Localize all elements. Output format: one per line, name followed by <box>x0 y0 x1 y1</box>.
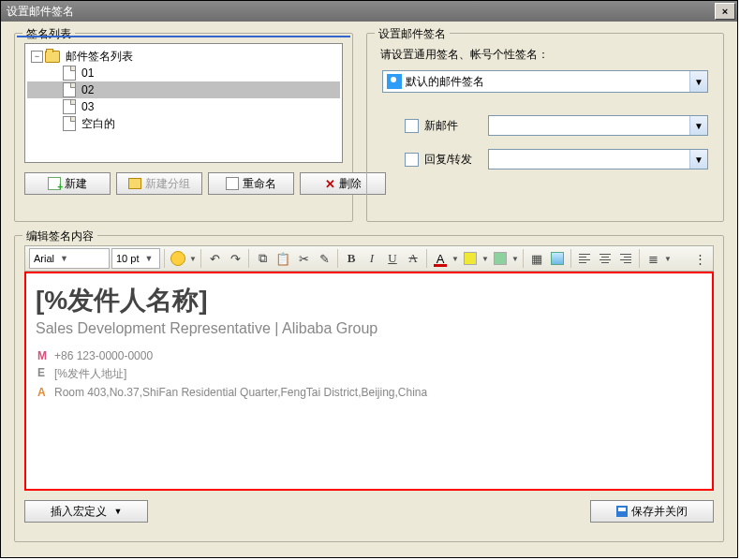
rename-icon <box>226 177 239 190</box>
reply-forward-signature-select[interactable]: ▼ <box>488 149 708 169</box>
underline-button[interactable]: U <box>383 249 402 268</box>
folder-icon <box>128 178 141 189</box>
new-mail-label: 新邮件 <box>424 118 488 134</box>
align-right-button[interactable] <box>616 249 635 268</box>
more-button[interactable]: ⋮ <box>690 249 709 268</box>
reply-forward-checkbox[interactable] <box>405 153 419 167</box>
rename-button[interactable]: 重命名 <box>208 172 294 195</box>
document-icon <box>63 99 76 114</box>
tree-item[interactable]: 01 <box>27 65 340 81</box>
collapse-icon[interactable]: − <box>31 51 43 63</box>
document-icon <box>63 116 76 131</box>
bold-button[interactable]: B <box>342 249 361 268</box>
copy-button[interactable]: ⧉ <box>253 249 272 268</box>
mobile-label: M <box>37 348 52 363</box>
address-value: Room 403,No.37,ShiFan Residential Quarte… <box>54 385 433 400</box>
font-family-select[interactable]: Arial▼ <box>29 248 110 269</box>
clear-format-button[interactable]: ✎ <box>315 249 333 268</box>
list-button[interactable]: ≣ <box>644 249 662 268</box>
signature-title-line: Sales Development Representative | Aliba… <box>36 320 703 337</box>
default-signature-select[interactable]: 默认的邮件签名 ▼ <box>382 70 708 93</box>
tree-root[interactable]: − 邮件签名列表 <box>27 48 340 65</box>
signature-name: [%发件人名称] <box>36 283 703 318</box>
new-group-button[interactable]: 新建分组 <box>116 172 202 195</box>
font-size-select[interactable]: 10 pt▼ <box>111 248 160 269</box>
new-icon <box>48 177 61 190</box>
tree-item-label: 03 <box>81 100 94 113</box>
signature-settings-window: 设置邮件签名 × 签名列表 − 邮件签名列表 01 <box>0 0 738 558</box>
chevron-down-icon: ▼ <box>689 116 707 135</box>
titlebar[interactable]: 设置邮件签名 × <box>1 1 737 22</box>
signature-list-title: 签名列表 <box>22 26 75 42</box>
tree-item[interactable]: 03 <box>27 98 340 115</box>
align-center-button[interactable] <box>596 249 614 268</box>
chevron-down-icon: ▼ <box>689 150 707 169</box>
email-value: [%发件人地址] <box>54 365 433 383</box>
signature-tree[interactable]: − 邮件签名列表 01 02 03 <box>24 43 343 163</box>
chevron-down-icon: ▼ <box>60 254 68 263</box>
insert-image-button[interactable] <box>548 249 567 268</box>
signature-contact-table: M+86 123-0000-0000 E[%发件人地址] ARoom 403,N… <box>36 346 435 402</box>
font-color-button[interactable]: A <box>431 249 450 268</box>
close-icon[interactable]: × <box>715 3 735 20</box>
chevron-down-icon[interactable]: ▼ <box>481 255 489 263</box>
strikethrough-button[interactable]: A <box>404 249 422 268</box>
insert-macro-button[interactable]: 插入宏定义▼ <box>24 500 148 523</box>
editor-title: 编辑签名内容 <box>22 228 97 244</box>
redo-button[interactable]: ↷ <box>226 249 244 268</box>
highlight-button[interactable] <box>461 249 480 268</box>
chevron-down-icon: ▼ <box>114 507 123 516</box>
document-icon <box>63 82 76 97</box>
emoji-button[interactable] <box>169 249 187 268</box>
default-signature-title: 设置邮件签名 <box>375 26 450 42</box>
avatar-icon <box>387 74 402 89</box>
highlight-icon <box>464 252 477 265</box>
editor-toolbar: Arial▼ 10 pt▼ ▼ ↶ ↷ ⧉ 📋 ✂ ✎ B I U A A▼ ▼ <box>24 245 714 272</box>
editor-panel: 编辑签名内容 Arial▼ 10 pt▼ ▼ ↶ ↷ ⧉ 📋 ✂ ✎ B I U… <box>14 235 724 542</box>
align-right-icon <box>620 252 631 265</box>
image-icon <box>551 252 564 265</box>
save-icon <box>616 506 628 517</box>
smiley-icon <box>170 251 185 266</box>
tree-item[interactable]: 空白的 <box>27 115 340 132</box>
cut-button[interactable]: ✂ <box>294 249 313 268</box>
new-mail-signature-select[interactable]: ▼ <box>488 115 708 136</box>
chevron-down-icon[interactable]: ▼ <box>511 255 519 263</box>
address-label: A <box>37 385 52 400</box>
delete-icon: ✕ <box>325 177 335 191</box>
default-signature-panel: 设置邮件签名 请设置通用签名、帐号个性签名： 默认的邮件签名 ▼ 新邮件 ▼ 回… <box>366 33 724 222</box>
window-title: 设置邮件签名 <box>7 4 715 20</box>
new-button[interactable]: 新建 <box>24 172 111 195</box>
email-label: E <box>37 365 52 383</box>
mobile-value: +86 123-0000-0000 <box>54 348 433 363</box>
chevron-down-icon[interactable]: ▼ <box>189 255 197 263</box>
undo-button[interactable]: ↶ <box>205 249 224 268</box>
new-mail-checkbox[interactable] <box>405 119 419 133</box>
chevron-down-icon: ▼ <box>689 71 707 92</box>
chevron-down-icon[interactable]: ▼ <box>664 255 672 263</box>
default-signature-value: 默认的邮件签名 <box>406 74 689 90</box>
tree-root-label: 邮件签名列表 <box>66 49 133 65</box>
save-and-close-button[interactable]: 保存并关闭 <box>590 500 714 523</box>
signature-list-panel: 签名列表 − 邮件签名列表 01 02 <box>14 33 353 222</box>
paste-button[interactable]: 📋 <box>274 249 292 268</box>
tree-item-label: 01 <box>81 66 94 80</box>
align-center-icon <box>599 252 611 265</box>
bgcolor-icon <box>494 252 507 265</box>
insert-table-button[interactable]: ▦ <box>527 249 546 268</box>
tree-item-selected[interactable]: 02 <box>27 81 340 98</box>
reply-forward-label: 回复/转发 <box>424 152 488 168</box>
italic-button[interactable]: I <box>363 249 381 268</box>
default-signature-prompt: 请设置通用签名、帐号个性签名： <box>380 47 714 63</box>
align-left-button[interactable] <box>575 249 594 268</box>
document-icon <box>63 66 76 81</box>
chevron-down-icon: ▼ <box>144 254 153 263</box>
signature-editor-canvas[interactable]: [%发件人名称] Sales Development Representativ… <box>24 272 714 491</box>
chevron-down-icon[interactable]: ▼ <box>451 255 459 263</box>
tree-item-label: 空白的 <box>81 116 115 132</box>
folder-icon <box>45 51 60 63</box>
align-left-icon <box>579 252 590 265</box>
tree-item-label: 02 <box>81 83 94 96</box>
bg-color-button[interactable] <box>491 249 510 268</box>
